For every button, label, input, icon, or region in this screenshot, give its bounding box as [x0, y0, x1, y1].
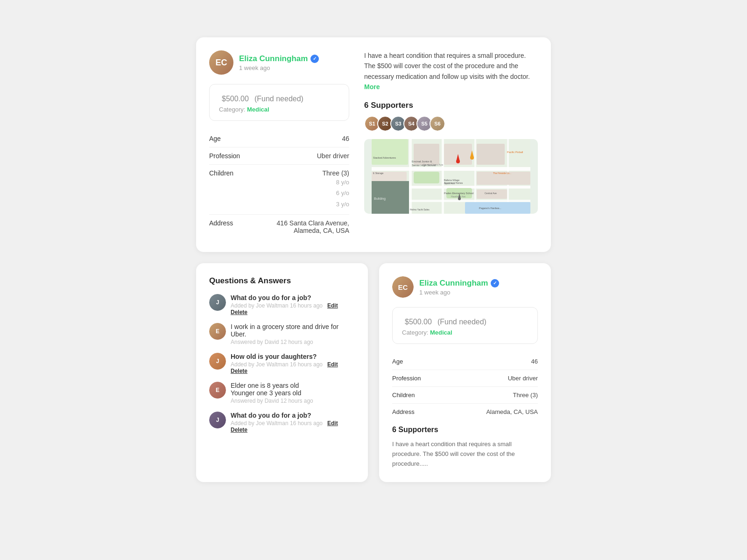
- svg-rect-8: [414, 172, 439, 183]
- profile-time: 1 week ago: [239, 64, 349, 71]
- qa-answer-1: I work in a grocery store and drive for …: [231, 323, 355, 338]
- edit-button-2[interactable]: Edit: [327, 361, 338, 368]
- profile-name: Eliza Cunningham ✓: [239, 54, 349, 63]
- profession-value: Uber driver: [317, 152, 349, 160]
- fund-box: $500.00 (Fund needed) Category: Medical: [209, 84, 349, 121]
- age-value: 46: [342, 135, 349, 142]
- right-profession-label: Profession: [392, 375, 421, 382]
- right-address-row: Address Alameda, CA, USA: [392, 404, 538, 420]
- qa-question-2: How old is your daughters?: [231, 353, 355, 360]
- delete-button-1[interactable]: Delete: [231, 309, 247, 315]
- qa-meta-3: Added by Joe Waltman 16 hours ago Edit D…: [231, 361, 355, 374]
- svg-text:The Fireside Lo...: The Fireside Lo...: [493, 172, 511, 175]
- svg-text:Apartment Homes: Apartment Homes: [444, 182, 463, 184]
- right-fund-box: $500.00 (Fund needed) Category: Medical: [392, 307, 538, 344]
- right-supporters-title: 6 Supporters: [392, 426, 538, 434]
- right-profession-value: Uber driver: [508, 375, 538, 382]
- qa-content-4: Elder one is 8 years oldYounger one 3 ye…: [231, 382, 355, 404]
- info-row-profession: Profession Uber driver: [209, 147, 349, 165]
- svg-text:Pagano's Hardwa...: Pagano's Hardwa...: [479, 207, 501, 210]
- avatar: EC: [209, 50, 233, 75]
- svg-rect-4: [409, 139, 412, 214]
- name-text: Eliza Cunningham: [239, 54, 308, 63]
- right-profile-info: Eliza Cunningham ✓ 1 week ago: [419, 279, 538, 296]
- qa-item-5: J What do you do for a job? Added by Joe…: [209, 412, 355, 433]
- profile-header: EC Eliza Cunningham ✓ 1 week ago: [209, 50, 349, 75]
- right-fund-amount-value: $500.00: [405, 318, 432, 326]
- supporter-avatar-6: S6: [430, 116, 445, 132]
- qa-item-4: E Elder one is 8 years oldYounger one 3 …: [209, 382, 355, 404]
- qa-item-1: J What do you do for a job? Added by Joe…: [209, 294, 355, 315]
- qa-meta-1: Added by Joe Waltman 16 hours ago Edit D…: [231, 302, 355, 315]
- supporters-title: 6 Supporters: [364, 101, 538, 110]
- right-summary-card: EC Eliza Cunningham ✓ 1 week ago $500.00…: [379, 263, 551, 482]
- qa-content-3: How old is your daughters? Added by Joe …: [231, 353, 355, 374]
- right-children-label: Children: [392, 392, 415, 399]
- qa-meta-2: Answered by David 12 hours ago: [231, 339, 355, 345]
- right-age-row: Age 46: [392, 353, 538, 370]
- right-age-value: 46: [531, 358, 538, 365]
- map-container: Santa Clara Ave W Homer Ave Taylor Ave H…: [364, 139, 538, 214]
- avatar-image: EC: [209, 50, 233, 75]
- svg-text:Encinal Junior &: Encinal Junior &: [412, 160, 432, 163]
- category-label: Category:: [219, 106, 245, 113]
- right-profile-name: Eliza Cunningham ✓: [419, 279, 538, 288]
- right-description: I have a heart condition that requires a…: [392, 440, 538, 469]
- right-fund-category: Category: Medical: [402, 329, 528, 336]
- svg-text:Helms Yacht Sales: Helms Yacht Sales: [410, 208, 430, 211]
- edit-button-3[interactable]: Edit: [327, 420, 338, 427]
- children-value: Three (3): [322, 169, 349, 177]
- qa-avatar-4: E: [209, 382, 226, 399]
- qa-item-2: E I work in a grocery store and drive fo…: [209, 323, 355, 345]
- category-value: Medical: [247, 106, 269, 113]
- qa-item-3: J How old is your daughters? Added by Jo…: [209, 353, 355, 374]
- edit-button-1[interactable]: Edit: [327, 302, 338, 309]
- bottom-row: Questions & Answers J What do you do for…: [196, 263, 551, 482]
- address-line1: 416 Santa Clara Avenue,: [277, 219, 349, 227]
- info-table: Age 46 Profession Uber driver Children T…: [209, 130, 349, 239]
- map-svg: Santa Clara Ave W Homer Ave Taylor Ave H…: [364, 139, 538, 214]
- fund-amount-value: $500.00: [222, 95, 249, 103]
- description-text: I have a heart condition that requires a…: [364, 50, 538, 92]
- svg-text:Hawthorn Ave: Hawthorn Ave: [451, 195, 465, 198]
- svg-text:Senior High School: Senior High School: [412, 164, 436, 167]
- qa-avatar-3: J: [209, 353, 226, 370]
- right-category-value: Medical: [430, 329, 452, 336]
- page-container: EC Eliza Cunningham ✓ 1 week ago $500.00…: [196, 37, 551, 482]
- svg-rect-10: [372, 139, 408, 165]
- right-category-label: Category:: [402, 329, 428, 336]
- fund-amount: $500.00 (Fund needed): [219, 92, 339, 104]
- right-profession-row: Profession Uber driver: [392, 370, 538, 387]
- qa-question-3: What do you do for a job?: [231, 412, 355, 419]
- qa-answer-2: Elder one is 8 years oldYounger one 3 ye…: [231, 382, 355, 397]
- top-card-right: I have a heart condition that requires a…: [364, 50, 538, 239]
- profession-label: Profession: [209, 152, 240, 160]
- info-row-age: Age 46: [209, 130, 349, 147]
- top-card-left: EC Eliza Cunningham ✓ 1 week ago $500.00…: [209, 50, 349, 239]
- qa-question-1: What do you do for a job?: [231, 294, 355, 301]
- children-label: Children: [209, 169, 233, 177]
- qa-meta-5: Added by Joe Waltman 16 hours ago Edit D…: [231, 420, 355, 433]
- more-link[interactable]: More: [364, 83, 380, 91]
- qa-meta-4: Answered by David 12 hours ago: [231, 398, 355, 404]
- verified-badge: ✓: [310, 55, 319, 63]
- delete-button-3[interactable]: Delete: [231, 427, 247, 433]
- supporters-avatars: S1 S2 S3 S4 S5 S6: [364, 116, 538, 132]
- profile-info: Eliza Cunningham ✓ 1 week ago: [239, 54, 349, 71]
- svg-text:Central Ave: Central Ave: [485, 192, 497, 195]
- children-ages: 8 y/o6 y/o3 y/o: [322, 177, 349, 210]
- right-info-table: Age 46 Profession Uber driver Children T…: [392, 353, 538, 420]
- right-name-text: Eliza Cunningham: [419, 279, 488, 288]
- top-profile-card: EC Eliza Cunningham ✓ 1 week ago $500.00…: [196, 37, 551, 252]
- right-fund-label: (Fund needed): [437, 318, 486, 326]
- address-line2: Alameda, CA, USA: [277, 227, 349, 234]
- qa-avatar-5: J: [209, 412, 226, 428]
- svg-text:Building: Building: [374, 197, 386, 201]
- svg-rect-1: [372, 167, 530, 171]
- right-profile-header: EC Eliza Cunningham ✓ 1 week ago: [392, 276, 538, 298]
- fund-category: Category: Medical: [219, 106, 339, 113]
- description-content: I have a heart condition that requires a…: [364, 52, 530, 80]
- right-children-row: Children Three (3): [392, 387, 538, 404]
- svg-rect-5: [442, 139, 444, 214]
- delete-button-2[interactable]: Delete: [231, 368, 247, 374]
